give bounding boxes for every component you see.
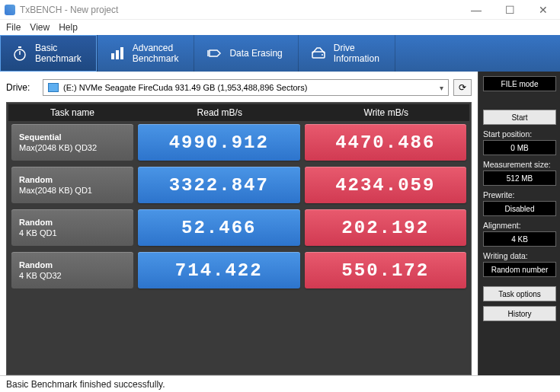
task-options-button[interactable]: Task options xyxy=(483,286,556,301)
col-task: Task name xyxy=(8,104,136,121)
write-value: 4470.486 xyxy=(305,124,467,161)
drive-select[interactable]: (E:) NVMe Seagate FireCuda 931.49 GB (1,… xyxy=(43,79,449,96)
align-value[interactable]: 4 KB xyxy=(483,231,556,247)
tab-basic-benchmark[interactable]: Basic Benchmark xyxy=(0,35,98,72)
history-button[interactable]: History xyxy=(483,306,556,321)
window-title: TxBENCH - New project xyxy=(20,5,118,15)
write-value: 4234.059 xyxy=(305,167,467,203)
titlebar: TxBENCH - New project — ☐ ✕ xyxy=(0,0,560,20)
drive-selected-text: (E:) NVMe Seagate FireCuda 931.49 GB (1,… xyxy=(63,83,307,92)
msize-label: Measurement size: xyxy=(483,160,555,169)
tab-data-erasing[interactable]: Data Erasing xyxy=(194,35,298,72)
sidebar: FILE mode Start Start position: 0 MB Mea… xyxy=(478,72,560,375)
bars-icon xyxy=(108,44,126,62)
read-value: 4990.912 xyxy=(138,124,300,161)
table-row: Random4 KB QD152.466202.192 xyxy=(8,206,469,249)
write-value: 202.192 xyxy=(305,209,467,246)
disk-icon xyxy=(48,83,59,92)
table-row: RandomMax(2048 KB) QD13322.8474234.059 xyxy=(8,164,469,206)
toolbar: Basic Benchmark Advanced Benchmark Data … xyxy=(0,35,560,72)
benchmark-table: Task name Read mB/s Write mB/s Sequentia… xyxy=(6,102,472,375)
task-name-cell[interactable]: Random4 KB QD32 xyxy=(11,252,133,288)
menu-file[interactable]: File xyxy=(6,22,21,33)
drive-row: Drive: (E:) NVMe Seagate FireCuda 931.49… xyxy=(6,79,472,96)
close-button[interactable]: ✕ xyxy=(526,0,560,20)
refresh-icon: ⟳ xyxy=(459,82,466,93)
startpos-label: Start position: xyxy=(483,129,555,139)
startpos-value[interactable]: 0 MB xyxy=(483,140,556,155)
table-row: Random4 KB QD32714.422550.172 xyxy=(8,249,469,292)
tab-drive-information[interactable]: Drive Information xyxy=(299,35,395,72)
tab-advanced-benchmark[interactable]: Advanced Benchmark xyxy=(98,35,195,72)
drive-label: Drive: xyxy=(6,82,38,93)
wdata-label: Writing data: xyxy=(483,251,555,260)
file-mode-button[interactable]: FILE mode xyxy=(483,76,556,91)
msize-value[interactable]: 512 MB xyxy=(483,171,556,186)
menubar: File View Help xyxy=(0,20,560,35)
stopwatch-icon xyxy=(11,44,29,62)
read-value: 714.422 xyxy=(138,252,300,288)
table-row: SequentialMax(2048 KB) QD324990.9124470.… xyxy=(8,121,469,164)
menu-help[interactable]: Help xyxy=(59,22,78,33)
prewrite-label: Prewrite: xyxy=(483,190,555,199)
svg-rect-4 xyxy=(116,50,119,59)
task-name-cell[interactable]: SequentialMax(2048 KB) QD32 xyxy=(11,124,133,161)
erase-icon xyxy=(205,44,223,62)
minimize-button[interactable]: — xyxy=(459,0,493,20)
menu-view[interactable]: View xyxy=(30,22,50,33)
svg-rect-3 xyxy=(111,53,114,59)
read-value: 3322.847 xyxy=(138,167,300,203)
svg-rect-1 xyxy=(18,46,21,48)
chevron-down-icon: ▾ xyxy=(440,84,443,92)
svg-rect-5 xyxy=(120,47,123,59)
read-value: 52.466 xyxy=(138,209,300,246)
write-value: 550.172 xyxy=(305,252,467,288)
align-label: Alignment: xyxy=(483,221,555,230)
svg-point-7 xyxy=(322,54,323,56)
statusbar: Basic Benchmark finished successfully. xyxy=(0,375,560,392)
maximize-button[interactable]: ☐ xyxy=(493,0,526,20)
task-name-cell[interactable]: RandomMax(2048 KB) QD1 xyxy=(11,167,133,203)
task-name-cell[interactable]: Random4 KB QD1 xyxy=(11,209,133,246)
app-icon xyxy=(5,5,15,15)
col-read: Read mB/s xyxy=(136,104,303,121)
prewrite-value[interactable]: Disabled xyxy=(483,201,556,216)
wdata-value[interactable]: Random number xyxy=(483,262,556,277)
col-write: Write mB/s xyxy=(303,104,470,121)
start-button[interactable]: Start xyxy=(483,110,556,125)
drive-icon xyxy=(309,44,328,62)
refresh-button[interactable]: ⟳ xyxy=(453,79,472,96)
status-text: Basic Benchmark finished successfully. xyxy=(6,379,165,390)
